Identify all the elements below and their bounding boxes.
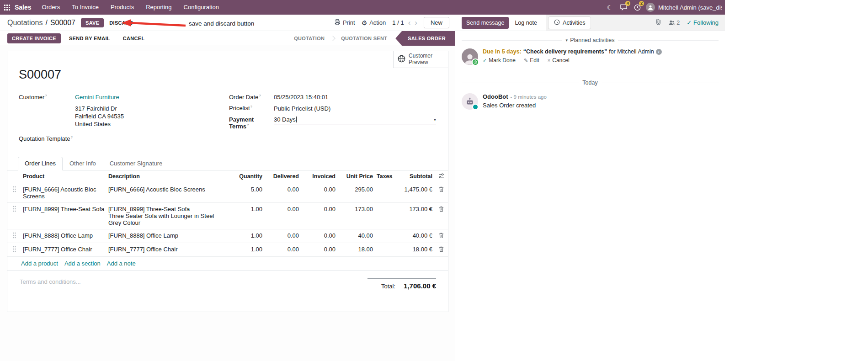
attachments-paperclip-icon[interactable] xyxy=(655,18,661,27)
breadcrumb-quotations[interactable]: Quotations xyxy=(7,19,43,27)
delivered-cell[interactable]: 0.00 xyxy=(264,183,301,202)
drag-handle-icon[interactable] xyxy=(7,229,21,243)
cancel-activity-button[interactable]: × Cancel xyxy=(548,57,570,64)
new-button[interactable]: New xyxy=(424,17,449,28)
menu-to-invoice[interactable]: To Invoice xyxy=(66,0,105,15)
table-row[interactable]: [FURN_6666] Acoustic Bloc Screens [FURN_… xyxy=(7,183,448,202)
stage-quotation-sent[interactable]: QUOTATION SENT xyxy=(335,31,393,46)
quantity-cell[interactable]: 1.00 xyxy=(230,243,264,256)
activities-clock-icon[interactable]: 2 xyxy=(630,0,644,15)
action-button[interactable]: ⚙ Action xyxy=(362,19,386,26)
taxes-cell[interactable] xyxy=(375,202,400,229)
discard-button[interactable]: DISCARD xyxy=(106,18,137,27)
quantity-cell[interactable]: 5.00 xyxy=(230,183,264,202)
quantity-cell[interactable]: 1.00 xyxy=(230,229,264,243)
column-quantity[interactable]: Quantity xyxy=(230,170,264,183)
column-taxes[interactable]: Taxes xyxy=(375,170,400,183)
column-invoiced[interactable]: Invoiced xyxy=(301,170,337,183)
stage-sales-order[interactable]: SALES ORDER xyxy=(395,31,455,46)
cancel-button[interactable]: CANCEL xyxy=(118,33,149,43)
drag-handle-icon[interactable] xyxy=(7,183,21,202)
description-cell[interactable]: [FURN_6666] Acoustic Bloc Screens xyxy=(107,183,230,202)
column-delivered[interactable]: Delivered xyxy=(264,170,301,183)
record-title[interactable]: S00007 xyxy=(19,68,448,82)
description-cell[interactable]: [FURN_8999] Three-Seat Sofa Three Seater… xyxy=(107,202,230,229)
customer-link[interactable]: Gemini Furniture xyxy=(75,94,119,101)
message-author[interactable]: OdooBot xyxy=(483,93,508,100)
description-cell[interactable]: [FURN_8888] Office Lamp xyxy=(107,229,230,243)
delete-row-icon[interactable] xyxy=(434,229,448,243)
subtotal-cell[interactable]: 40.00 € xyxy=(400,229,434,243)
menu-products[interactable]: Products xyxy=(105,0,140,15)
app-brand[interactable]: Sales xyxy=(14,4,36,11)
following-button[interactable]: ✓ Following xyxy=(687,19,719,26)
activities-tab[interactable]: Activities xyxy=(548,16,591,29)
planned-activities-toggle[interactable]: ▾ Planned activities xyxy=(566,37,615,43)
column-description[interactable]: Description xyxy=(107,170,230,183)
stage-quotation[interactable]: QUOTATION xyxy=(288,31,330,46)
invoiced-cell[interactable]: 0.00 xyxy=(301,202,337,229)
column-unit-price[interactable]: Unit Price xyxy=(337,170,375,183)
save-button[interactable]: SAVE xyxy=(81,18,104,27)
quantity-cell[interactable]: 1.00 xyxy=(230,202,264,229)
pager-previous-icon[interactable]: ‹ xyxy=(408,19,411,27)
send-message-button[interactable]: Send message xyxy=(462,17,509,29)
unit-price-cell[interactable]: 173.00 xyxy=(337,202,375,229)
dark-mode-moon-icon[interactable]: ☾ xyxy=(603,0,617,15)
payment-terms-field[interactable]: 30 Days ▾ xyxy=(274,116,436,124)
menu-orders[interactable]: Orders xyxy=(36,0,66,15)
delete-row-icon[interactable] xyxy=(434,183,448,202)
unit-price-cell[interactable]: 40.00 xyxy=(337,229,375,243)
menu-reporting[interactable]: Reporting xyxy=(140,0,177,15)
subtotal-cell[interactable]: 1,475.00 € xyxy=(400,183,434,202)
table-row[interactable]: [FURN_7777] Office Chair [FURN_7777] Off… xyxy=(7,243,448,256)
delivered-cell[interactable]: 0.00 xyxy=(264,229,301,243)
delete-row-icon[interactable] xyxy=(434,202,448,229)
tab-customer-signature[interactable]: Customer Signature xyxy=(103,157,170,170)
column-subtotal[interactable]: Subtotal xyxy=(400,170,434,183)
apps-menu-icon[interactable] xyxy=(0,0,14,15)
description-cell[interactable]: [FURN_7777] Office Chair xyxy=(107,243,230,256)
product-cell[interactable]: [FURN_8888] Office Lamp xyxy=(21,229,107,243)
subtotal-cell[interactable]: 18.00 € xyxy=(400,243,434,256)
customer-preview-button[interactable]: Customer Preview xyxy=(393,51,448,68)
taxes-cell[interactable] xyxy=(375,183,400,202)
send-by-email-button[interactable]: SEND BY EMAIL xyxy=(64,33,115,43)
optional-columns-icon[interactable] xyxy=(434,170,448,183)
add-note-link[interactable]: Add a note xyxy=(107,260,136,267)
invoiced-cell[interactable]: 0.00 xyxy=(301,229,337,243)
menu-configuration[interactable]: Configuration xyxy=(178,0,225,15)
terms-placeholder[interactable]: Terms and conditions... xyxy=(20,278,81,285)
column-product[interactable]: Product xyxy=(21,170,107,183)
taxes-cell[interactable] xyxy=(375,243,400,256)
table-row[interactable]: [FURN_8888] Office Lamp [FURN_8888] Offi… xyxy=(7,229,448,243)
log-note-button[interactable]: Log note xyxy=(511,17,541,29)
create-invoice-button[interactable]: CREATE INVOICE xyxy=(7,33,61,43)
subtotal-cell[interactable]: 173.00 € xyxy=(400,202,434,229)
customer-address-line[interactable]: 317 Fairchild Dr xyxy=(75,105,229,112)
print-button[interactable]: Print xyxy=(334,19,355,27)
product-cell[interactable]: [FURN_8999] Three-Seat Sofa xyxy=(21,202,107,229)
invoiced-cell[interactable]: 0.00 xyxy=(301,243,337,256)
unit-price-cell[interactable]: 18.00 xyxy=(337,243,375,256)
invoiced-cell[interactable]: 0.00 xyxy=(301,183,337,202)
table-row[interactable]: [FURN_8999] Three-Seat Sofa [FURN_8999] … xyxy=(7,202,448,229)
add-product-link[interactable]: Add a product xyxy=(21,260,58,267)
mark-done-button[interactable]: ✓ Mark Done xyxy=(483,57,516,64)
customer-address-line[interactable]: United States xyxy=(75,120,229,128)
taxes-cell[interactable] xyxy=(375,229,400,243)
edit-activity-button[interactable]: ✎ Edit xyxy=(524,57,539,64)
delivered-cell[interactable]: 0.00 xyxy=(264,243,301,256)
message-item[interactable]: OdooBot - 9 minutes ago Sales Order crea… xyxy=(462,93,719,110)
drag-handle-icon[interactable] xyxy=(7,202,21,229)
product-cell[interactable]: [FURN_7777] Office Chair xyxy=(21,243,107,256)
product-cell[interactable]: [FURN_6666] Acoustic Bloc Screens xyxy=(21,183,107,202)
drag-handle-icon[interactable] xyxy=(7,243,21,256)
order-date-field[interactable]: 05/25/2023 15:40:01 xyxy=(274,94,328,101)
customer-address-line[interactable]: Fairfield CA 94535 xyxy=(75,112,229,120)
user-menu[interactable]: Mitchell Admin (save_discar xyxy=(644,3,724,12)
delivered-cell[interactable]: 0.00 xyxy=(264,202,301,229)
followers-button[interactable]: 2 xyxy=(668,20,680,26)
add-section-link[interactable]: Add a section xyxy=(64,260,101,267)
tab-order-lines[interactable]: Order Lines xyxy=(18,157,63,170)
